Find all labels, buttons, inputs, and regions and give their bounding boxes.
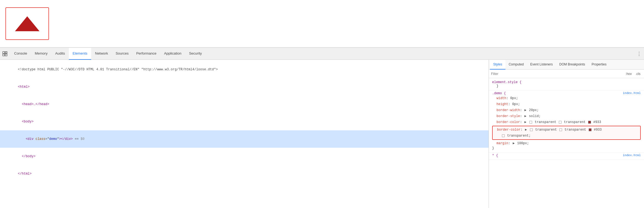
style-prop-border-color: border-color: ▶ transparent transparent …	[492, 119, 641, 125]
tab-event-listeners[interactable]: Event Listeners	[527, 60, 556, 70]
triangle-shape	[15, 16, 39, 31]
devtools-panel-icon[interactable]	[1, 50, 9, 58]
star-selector-line: index.html * {	[492, 154, 641, 157]
style-block-demo: index.html .demo { width: 0px; height: 0…	[489, 90, 644, 153]
tab-performance[interactable]: Performance	[132, 48, 160, 60]
svg-rect-0	[3, 52, 5, 53]
tab-security[interactable]: Security	[185, 48, 206, 60]
style-prop-width: width: 0px;	[492, 95, 641, 101]
svg-rect-1	[5, 52, 7, 53]
color-swatch-transparent-5[interactable]	[502, 134, 505, 137]
dom-line-body-open: <body>	[0, 113, 489, 130]
color-swatch-transparent-2[interactable]	[559, 121, 562, 124]
tab-network[interactable]: Network	[91, 48, 112, 60]
element-style-close: }	[492, 84, 641, 88]
devtools-tab-bar: Console Memory Audits Elements Network S…	[0, 48, 644, 60]
style-prop-border-color-transparent-bottom: transparent;	[495, 133, 638, 139]
color-swatch-transparent-1[interactable]	[529, 121, 532, 124]
color-swatch-933-2[interactable]	[589, 128, 591, 131]
filter-input[interactable]	[491, 72, 622, 76]
color-swatch-transparent-3[interactable]	[530, 128, 533, 131]
tab-styles[interactable]: Styles	[490, 60, 505, 70]
demo-block-close: }	[492, 146, 641, 150]
svg-rect-2	[3, 54, 5, 56]
tab-computed[interactable]: Computed	[505, 60, 527, 70]
color-swatch-933[interactable]	[588, 121, 591, 124]
dom-line-html: <html>	[0, 78, 489, 96]
border-color-highlight-box: border-color: ▶ transparent transparent …	[492, 126, 641, 140]
cls-toggle[interactable]: .cls	[634, 71, 642, 77]
dom-line-doctype: <!doctype html PUBLIC "-//W3C//DTD HTML …	[0, 61, 489, 78]
devtools-main-content: <!doctype html PUBLIC "-//W3C//DTD HTML …	[0, 60, 644, 208]
tab-sources[interactable]: Sources	[112, 48, 133, 60]
color-swatch-transparent-4[interactable]	[559, 128, 562, 131]
tab-properties[interactable]: Properties	[588, 60, 610, 70]
tab-application[interactable]: Application	[160, 48, 185, 60]
right-tab-bar: Styles Computed Event Listeners DOM Brea…	[489, 60, 644, 70]
dom-panel[interactable]: <!doctype html PUBLIC "-//W3C//DTD HTML …	[0, 60, 489, 208]
demo-selector-line: index.html .demo {	[492, 92, 641, 95]
style-prop-margin: margin: ▶ 100px;	[492, 140, 641, 146]
dom-line-html-close: </html>	[0, 165, 489, 182]
filter-bar: :hov .cls	[489, 70, 644, 78]
dom-line-head: <head>…</head>	[0, 96, 489, 113]
devtools-more-menu[interactable]: ⋮	[635, 50, 643, 58]
style-prop-border-width: border-width: ▶ 20px;	[492, 107, 641, 113]
styles-content: element.style { } index.html .demo { wid…	[489, 78, 644, 208]
tab-memory[interactable]: Memory	[31, 48, 51, 60]
style-prop-border-color-full: border-color: ▶ transparent transparent …	[495, 127, 638, 133]
style-prop-height: height: 0px;	[492, 101, 641, 107]
dom-line-div-selected[interactable]: <div class="demo"></div> == $0	[0, 130, 489, 148]
dom-line-body-close: </body>	[0, 148, 489, 165]
tab-dom-breakpoints[interactable]: DOM Breakpoints	[556, 60, 588, 70]
browser-preview-area	[0, 0, 644, 48]
triangle-preview-box	[5, 7, 49, 40]
element-style-selector: element.style {	[492, 80, 641, 84]
style-block-element: element.style { }	[489, 79, 644, 90]
right-panel: Styles Computed Event Listeners DOM Brea…	[489, 60, 644, 208]
star-source-link[interactable]: index.html	[623, 154, 641, 157]
devtools-panel: Console Memory Audits Elements Network S…	[0, 48, 644, 208]
svg-rect-3	[5, 54, 7, 56]
demo-source-link[interactable]: index.html	[623, 92, 641, 95]
hov-toggle[interactable]: :hov	[624, 71, 633, 77]
style-prop-border-style: border-style: ▶ solid;	[492, 113, 641, 119]
style-block-star: index.html * {	[489, 153, 644, 160]
tab-console[interactable]: Console	[10, 48, 31, 60]
tab-elements[interactable]: Elements	[69, 48, 91, 60]
tab-audits[interactable]: Audits	[51, 48, 69, 60]
